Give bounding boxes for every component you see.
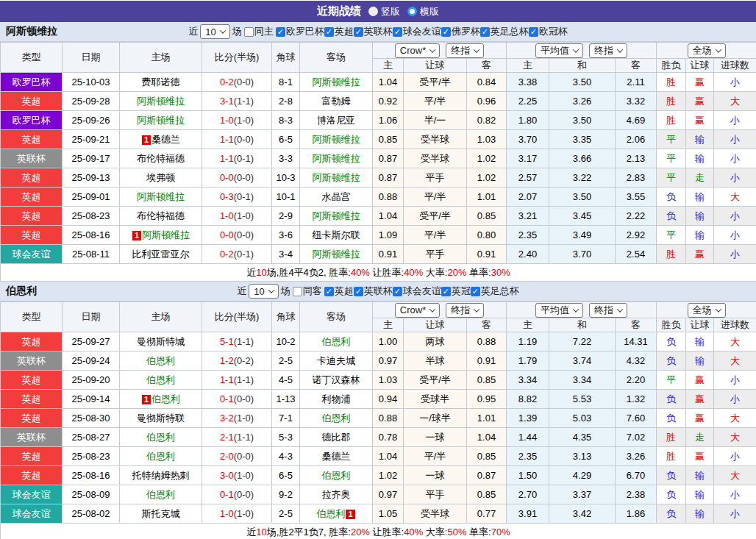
team-link[interactable]: 纽卡斯尔联: [313, 229, 360, 240]
score-cell: 1-1(0-1): [202, 149, 272, 168]
team-link[interactable]: 水晶宫: [322, 191, 351, 202]
team-link[interactable]: 博洛尼亚: [317, 115, 355, 126]
corner-cell: 3-4: [272, 245, 300, 264]
team-link[interactable]: 阿斯顿维拉: [313, 172, 360, 183]
chevron-down-icon: [617, 46, 623, 52]
same-venue-checkbox[interactable]: 同客: [293, 285, 322, 298]
chevron-down-icon: [474, 46, 479, 52]
team-link[interactable]: 阿斯顿维拉: [313, 249, 360, 260]
avg-home-odds: 1.79: [507, 351, 549, 371]
league-checkbox[interactable]: ✓英联杯: [354, 285, 393, 298]
team-link[interactable]: 阿斯顿维拉: [313, 76, 360, 88]
same-venue-checkbox[interactable]: 同主: [244, 25, 274, 38]
match-row: 英联杯25-09-24伯恩利1-2(0-2)2-5卡迪夫城0.97半球0.911…: [1, 351, 756, 371]
col-avg-away: 客: [616, 59, 657, 73]
league-checkbox[interactable]: ✓欧冠杯: [529, 25, 568, 38]
team-link[interactable]: 曼彻斯特城: [137, 336, 185, 347]
final-odds-select-1[interactable]: 终指: [446, 303, 484, 318]
team-link[interactable]: 阿斯顿维拉: [137, 96, 185, 107]
team-link[interactable]: 阿斯顿维拉: [313, 134, 360, 145]
handicap-result-cell: 赢: [686, 371, 714, 390]
team-link[interactable]: 埃弗顿: [146, 172, 175, 183]
league-checkbox[interactable]: ✓球会友谊: [393, 25, 441, 38]
team-link[interactable]: 富勒姆: [322, 96, 351, 107]
col-home: 主场: [120, 43, 202, 73]
handicap-line: 平/半: [404, 226, 467, 245]
team-link[interactable]: 伯恩利: [322, 413, 351, 424]
away-team-cell: 阿斯顿维拉: [300, 168, 373, 188]
team-link[interactable]: 布伦特福德: [137, 210, 185, 221]
corner-cell: 2-5: [272, 351, 300, 371]
league-checkbox[interactable]: ✓佛罗杯: [441, 25, 480, 38]
goals-result-cell: 小: [714, 111, 756, 130]
league-checkbox[interactable]: ✓球会友谊: [393, 285, 441, 298]
crow-away-odds: 0.88: [467, 332, 507, 351]
team-link[interactable]: 阿斯顿维拉: [137, 115, 185, 126]
bookmaker-select[interactable]: Crow*: [395, 303, 440, 318]
result-cell: 负: [657, 390, 686, 409]
team-link[interactable]: 拉齐奥: [322, 489, 351, 500]
team-link[interactable]: 诺丁汉森林: [313, 374, 360, 385]
team-link[interactable]: 阿斯顿维拉: [142, 229, 190, 240]
team-link[interactable]: 伯恩利: [146, 432, 175, 443]
final-odds-select-1[interactable]: 终指: [446, 43, 484, 58]
crow-away-odds: 0.96: [467, 92, 507, 111]
full-match-select[interactable]: 全场: [688, 303, 726, 318]
final-odds-select-2[interactable]: 终指: [589, 303, 627, 318]
team-link[interactable]: 布伦特福德: [137, 153, 185, 164]
team-link[interactable]: 伯恩利: [322, 470, 351, 481]
team-link[interactable]: 伯恩利: [146, 489, 175, 500]
full-match-select[interactable]: 全场: [688, 43, 726, 58]
match-date: 25-09-13: [63, 168, 120, 188]
team-link[interactable]: 利物浦: [322, 393, 351, 404]
league-checkbox[interactable]: ✓英足总杯: [471, 285, 519, 298]
league-checkbox[interactable]: ✓英足总杯: [480, 25, 529, 38]
team-link[interactable]: 费耶诺德: [142, 76, 180, 88]
team-link[interactable]: 斯托克城: [142, 508, 180, 519]
team-link[interactable]: 托特纳姆热刺: [132, 470, 190, 481]
avg-away-odds: 3.26: [616, 447, 657, 466]
radio-vertical[interactable]: 竖版: [368, 5, 400, 18]
chevron-down-icon: [268, 287, 274, 293]
match-type-badge: 英超: [1, 168, 63, 188]
team-link[interactable]: 伯恩利: [146, 451, 175, 462]
team-link[interactable]: 伯恩利: [322, 336, 351, 347]
handicap-result-cell: 走: [686, 168, 714, 188]
team-link[interactable]: 阿斯顿维拉: [313, 153, 360, 164]
avg-away-odds: 1.86: [616, 504, 657, 524]
average-select[interactable]: 平均值: [535, 43, 583, 58]
final-odds-select-2[interactable]: 终指: [589, 43, 627, 58]
result-cell: 平: [657, 371, 686, 390]
match-date: 25-09-28: [63, 92, 120, 111]
team-link[interactable]: 伯恩利: [151, 393, 180, 404]
bookmaker-select[interactable]: Crow*: [395, 43, 440, 58]
team-link[interactable]: 德比郡: [322, 432, 351, 443]
radio-horizontal[interactable]: 横版: [407, 5, 439, 18]
goals-result-cell: 大: [714, 92, 756, 111]
team-link[interactable]: 桑德兰: [151, 134, 180, 145]
team-link[interactable]: 桑德兰: [322, 451, 351, 462]
league-checkbox[interactable]: ✓英联杯: [354, 25, 393, 38]
handicap-line: 受球半: [404, 390, 467, 409]
page-title: 近期战绩: [317, 4, 361, 18]
goals-result-cell: 小: [714, 371, 756, 390]
league-checkbox[interactable]: ✓英冠: [441, 285, 471, 298]
team-link[interactable]: 曼彻斯特联: [137, 413, 185, 424]
avg-draw-odds: 7.22: [549, 332, 616, 351]
league-checkbox[interactable]: ✓欧罗巴杯: [276, 25, 324, 38]
team-link[interactable]: 卡迪夫城: [317, 355, 355, 366]
team-link[interactable]: 阿斯顿维拉: [137, 191, 185, 202]
league-checkbox[interactable]: ✓英超: [324, 25, 354, 38]
team-link[interactable]: 阿斯顿维拉: [313, 210, 360, 221]
match-count-select[interactable]: 10: [249, 284, 278, 299]
average-select[interactable]: 平均值: [535, 303, 583, 318]
team-link[interactable]: 伯恩利: [146, 355, 175, 366]
chevron-down-icon: [715, 306, 721, 312]
team-link[interactable]: 伯恩利: [316, 508, 345, 519]
team-link[interactable]: 伯恩利: [146, 374, 175, 385]
radio-vertical-icon: [368, 7, 378, 16]
team-link[interactable]: 比利亚雷亚尔: [132, 249, 190, 260]
league-checkbox[interactable]: ✓英超: [324, 285, 354, 298]
match-count-select[interactable]: 10: [200, 24, 229, 39]
col-away: 客场: [300, 43, 373, 73]
